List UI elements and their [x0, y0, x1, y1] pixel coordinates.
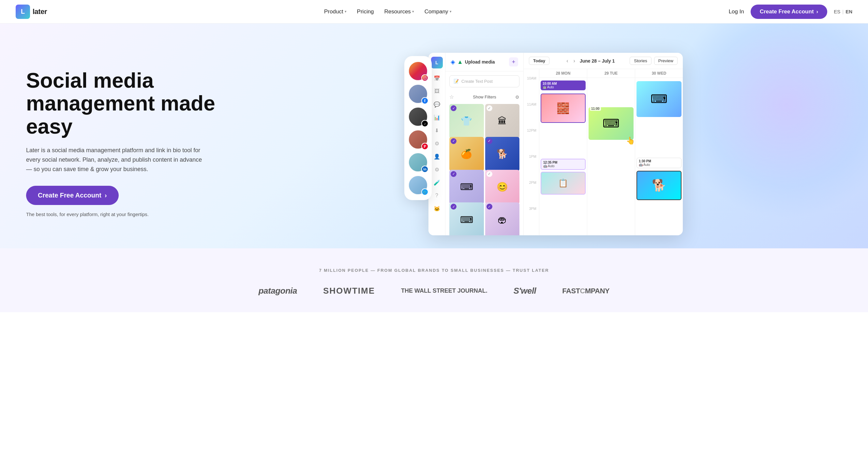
sidebar-settings-icon[interactable]: ⚙: [431, 164, 443, 175]
day-body-29: ⌨ 11:00 👆: [587, 78, 635, 234]
language-switcher: ES | EN: [834, 9, 852, 14]
swell-logo: S'well: [514, 286, 536, 296]
nav-resources[interactable]: Resources ▾: [384, 8, 414, 15]
media-panel: ◈ ▲ Upload media + 📝 Create Text Post ☆ …: [445, 53, 524, 235]
nav-product[interactable]: Product ▾: [324, 8, 347, 15]
day-header-28: 28 MON: [539, 69, 587, 78]
preview-button[interactable]: Preview: [654, 57, 678, 65]
facebook-badge-icon: f: [421, 97, 429, 104]
nav-logo[interactable]: L later: [16, 5, 47, 19]
time-2pm: 2PM: [524, 180, 539, 206]
hero-title: Social media management made easy: [26, 69, 235, 138]
event-1235[interactable]: 12:35 PM 🤖Auto: [540, 159, 586, 170]
hero-description: Later is a social media management platf…: [26, 146, 209, 174]
calendar-columns: 10AM 11AM 12PM 1PM 2PM 3PM 28 MON: [524, 69, 683, 235]
event-1000[interactable]: 10:00 AM 🤖Auto: [540, 80, 586, 90]
time-10am: 10AM: [524, 76, 539, 102]
media-thumb-1[interactable]: 👕 ✓: [449, 104, 484, 138]
calendar-right-buttons: Stories Preview: [630, 57, 678, 65]
day-col-30: 30 WED ⌨ 1:30 PM 🤖Auto: [635, 69, 683, 235]
star-filter-icon[interactable]: ☆: [449, 94, 454, 100]
facebook-avatar[interactable]: f: [408, 84, 428, 104]
event-130[interactable]: 1:30 PM 🤖Auto: [637, 158, 681, 168]
media-thumb-2[interactable]: 🏛 ✓: [485, 104, 520, 138]
text-post-icon: 📝: [454, 79, 459, 84]
media-header: ◈ ▲ Upload media +: [445, 53, 523, 71]
media-thumb-8[interactable]: 🏟 ✓: [485, 202, 520, 235]
sidebar-help-icon[interactable]: ?: [431, 190, 443, 201]
product-chevron-icon: ▾: [345, 9, 347, 14]
sidebar-chat-icon[interactable]: 💬: [431, 98, 443, 110]
media-thumb-6[interactable]: 😊 ✓: [485, 170, 520, 204]
tiktok-avatar[interactable]: ♪: [408, 107, 428, 127]
trusted-section: 7 MILLION PEOPLE — FROM GLOBAL BRANDS TO…: [0, 248, 868, 312]
media-check-6: ✓: [487, 171, 492, 177]
filters-row: ☆ Show Filters ⚙: [445, 91, 523, 103]
lang-separator: |: [842, 9, 843, 14]
sidebar-lab-icon[interactable]: 🧪: [431, 177, 443, 188]
sidebar-analytics-icon[interactable]: 📊: [431, 111, 443, 123]
lang-en[interactable]: EN: [845, 9, 852, 14]
create-text-post-button[interactable]: 📝 Create Text Post: [449, 75, 520, 87]
cal-next-button[interactable]: ›: [571, 57, 577, 65]
gdrive-icon: ▲: [457, 59, 463, 66]
pinterest-avatar[interactable]: P: [408, 130, 428, 149]
nav-company-label: Company: [425, 8, 448, 15]
cta-label: Create Free Account: [760, 8, 814, 15]
day-body-30: ⌨ 1:30 PM 🤖Auto 🐕: [635, 78, 683, 234]
pinterest-badge-icon: P: [421, 143, 429, 150]
cal-image-2[interactable]: 📋: [540, 172, 586, 195]
twitter-avatar[interactable]: 🐦: [408, 175, 428, 195]
create-account-button[interactable]: Create Free Account ›: [751, 5, 827, 19]
sidebar-profile-icon[interactable]: 👤: [431, 151, 443, 162]
nav-company[interactable]: Company ▾: [425, 8, 452, 15]
cal-image-5[interactable]: 🐕: [637, 171, 681, 200]
media-check-4: ✓: [487, 138, 492, 144]
show-filters-label[interactable]: Show Filters: [473, 95, 496, 99]
cal-image-3[interactable]: ⌨: [589, 107, 633, 140]
nav-pricing-label: Pricing: [357, 8, 374, 15]
day-header-30: 30 WED: [635, 69, 683, 78]
svg-point-1: [424, 77, 426, 78]
media-thumb-3[interactable]: 🍊 ✓: [449, 137, 484, 171]
hero-subtitle: The best tools, for every platform, righ…: [26, 211, 235, 217]
add-media-button[interactable]: +: [509, 57, 518, 66]
media-thumb-5[interactable]: ⌨ ✓: [449, 170, 484, 204]
social-avatars-panel: f ♪ P in: [404, 56, 432, 200]
cursor-icon: 👆: [626, 137, 635, 145]
sidebar-settings2-icon[interactable]: ⚙: [431, 137, 443, 149]
brand-logos: patagonia SHOWTIME THE WALL STREET JOURN…: [16, 286, 852, 296]
filter-sliders-icon[interactable]: ⚙: [515, 95, 520, 100]
nav-resources-label: Resources: [384, 8, 411, 15]
upload-icons: ◈ ▲ Upload media: [451, 58, 495, 66]
login-link[interactable]: Log In: [729, 8, 744, 15]
cal-prev-button[interactable]: ‹: [564, 57, 570, 65]
logo-text: later: [33, 7, 47, 16]
time-3pm: 3PM: [524, 206, 539, 232]
hero-cta-button[interactable]: Create Free Account ›: [26, 186, 119, 205]
sidebar-avatar-icon[interactable]: 🐱: [431, 203, 443, 214]
media-check-5: ✓: [451, 171, 457, 177]
sidebar-gallery-icon[interactable]: 🖼: [431, 86, 443, 97]
svg-rect-0: [423, 76, 427, 79]
linkedin-avatar[interactable]: in: [408, 153, 428, 172]
cal-image-1[interactable]: 🧱: [540, 94, 586, 123]
media-thumb-7[interactable]: ⌨ ✓: [449, 202, 484, 235]
today-button[interactable]: Today: [529, 57, 550, 65]
cal-image-4[interactable]: ⌨: [637, 81, 681, 117]
nav-pricing[interactable]: Pricing: [357, 8, 374, 15]
instagram-avatar[interactable]: [408, 61, 428, 81]
create-text-post-label: Create Text Post: [461, 79, 493, 84]
company-chevron-icon: ▾: [450, 9, 452, 14]
time-11am: 11AM: [524, 102, 539, 128]
stories-button[interactable]: Stories: [630, 57, 651, 65]
time-column: 10AM 11AM 12PM 1PM 2PM 3PM: [524, 69, 539, 235]
showtime-logo: SHOWTIME: [323, 286, 375, 296]
upload-media-label[interactable]: Upload media: [465, 59, 495, 65]
time-1pm: 1PM: [524, 154, 539, 180]
media-thumb-4[interactable]: 🐕 ✓: [485, 137, 520, 171]
sidebar-download-icon[interactable]: ⬇: [431, 125, 443, 136]
sidebar-calendar-icon[interactable]: 📅: [431, 72, 443, 84]
lang-es[interactable]: ES: [834, 9, 840, 14]
linkedin-badge-icon: in: [421, 166, 429, 173]
